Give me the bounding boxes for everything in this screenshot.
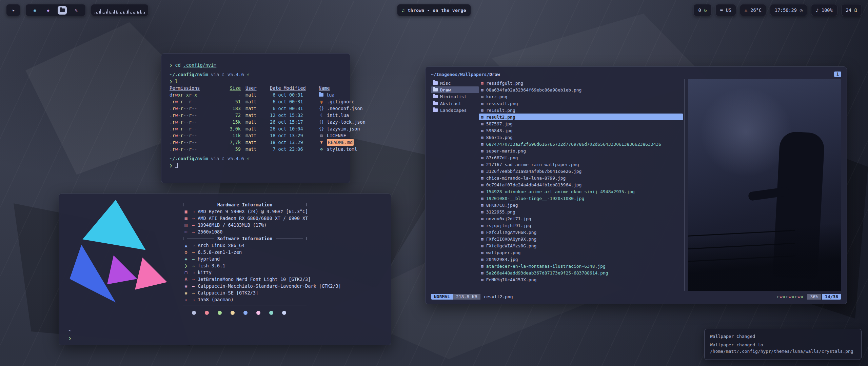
updates-module[interactable]: 0↻ <box>693 4 711 16</box>
file-item[interactable]: ▨FXfcHgcWIAMzs0G.png <box>479 242 683 249</box>
file-item[interactable]: ▨08a634fa02a32364f69ebc86a98eb1eb.png <box>479 86 683 93</box>
file-name: 154928-odinokoe_anime-art-anime-okno-sin… <box>486 189 635 194</box>
json-icon: {} <box>319 125 324 132</box>
file-item[interactable]: ▨atardecer-en-la-montanas-ilustracion-63… <box>479 263 683 269</box>
visualizer-bar <box>97 13 98 14</box>
file-item[interactable]: ▨217167-sad-anime-rain-wallpaper.png <box>479 161 683 168</box>
file-name: .gitignore <box>327 98 354 105</box>
file-item[interactable]: ▨0c794faf07de24a4db4d4fb1eb813964.jpg <box>479 181 683 188</box>
fetch-value: AMD Ryzen 9 5900X (24) @ 4.9GHz [61.3°C] <box>198 208 308 215</box>
visualizer-bar <box>96 12 97 14</box>
folder-icon <box>433 81 438 85</box>
visualizer-bar <box>109 11 110 14</box>
workspace-files[interactable] <box>58 6 67 15</box>
clock-value: 17:50:29 <box>775 7 797 13</box>
file-item[interactable]: ▨68747470733a2f2f696d616765732d7769786d7… <box>479 141 683 147</box>
permission-string: drwxr-xr-x <box>170 92 197 98</box>
file-item[interactable]: ▨8FKa7Cu.jpeg <box>479 202 683 208</box>
notifications-module[interactable]: 24Ω <box>841 4 862 16</box>
image-file-icon: ▨ <box>481 257 484 262</box>
sidebar-item-draw[interactable]: Draw <box>431 86 479 93</box>
folder-icon <box>433 108 438 112</box>
file-item[interactable]: ▨super-mario.png <box>479 147 683 154</box>
sidebar-item-landscapes[interactable]: Landscapes <box>431 107 479 114</box>
shell-prompt-line[interactable]: ❯ <box>170 162 342 169</box>
lua-version: v5.4.6 <box>228 156 244 161</box>
file-item[interactable]: ▨3126f7e9bbf21a8a4af0b67b041c6e26.jpg <box>479 168 683 175</box>
file-item[interactable]: ▨596848.jpg <box>479 127 683 134</box>
visualizer-bar <box>123 12 123 14</box>
sidebar-item-misc[interactable]: Misc <box>431 80 479 86</box>
file-item[interactable]: ▨587597.jpg <box>479 120 683 127</box>
image-file-icon: ▨ <box>481 189 484 194</box>
file-item[interactable]: ▨5a266e448add93deab367d87173e9f25-683788… <box>479 269 683 276</box>
file-item[interactable]: ▨EeNKYgIUcAAJ5JX.png <box>479 276 683 283</box>
file-item[interactable]: ▨wallpaper.png <box>479 249 683 256</box>
file-item[interactable]: ▨87r687df.png <box>479 154 683 161</box>
file-item[interactable]: ▨3122955.png <box>479 208 683 215</box>
directory-name: Minimalist <box>440 94 467 99</box>
thermometer-icon: ♨ <box>745 7 747 13</box>
shell-command-line: ❯ l <box>170 78 342 85</box>
keyboard-icon: ⌨ <box>720 7 723 13</box>
arrow-icon: → <box>192 228 195 235</box>
file-item[interactable]: ▨nnvuv0xj2df71.jpg <box>479 215 683 222</box>
file-item[interactable]: ▨resssult.png <box>479 100 683 107</box>
audio-visualizer[interactable] <box>91 4 149 16</box>
visualizer-bar <box>117 13 118 14</box>
visualizer-bar <box>144 12 145 14</box>
notification-title: Wallpaper Changed <box>710 333 856 340</box>
terminal-window-fetch: Hardware Information ▣→AMD Ryzen 9 5900X… <box>59 194 391 345</box>
fetch-info-panel: Hardware Information ▣→AMD Ryzen 9 5900X… <box>183 201 387 315</box>
terminal-color-palette <box>192 311 387 315</box>
file-item[interactable]: ▨FXfcJlTXgAMvH6R.png <box>479 229 683 236</box>
file-item[interactable]: ▨result2.png <box>479 114 683 120</box>
visualizer-bar <box>143 13 143 14</box>
file-item[interactable]: ▨chica-mirando-la-luna-8799.jpg <box>479 175 683 181</box>
directory-name: Draw <box>440 87 451 93</box>
icons-icon: ❀ <box>183 289 189 296</box>
file-item[interactable]: ▨FXfcII0X0AQyn9X.png <box>479 236 683 242</box>
file-item[interactable]: ▨19201080-__blue-tinge__-1920×1080.jpg <box>479 195 683 202</box>
wm-icon: ❖ <box>183 256 189 262</box>
updates-icon: ↻ <box>704 7 707 13</box>
file-name: 19201080-__blue-tinge__-1920×1080.jpg <box>486 196 585 201</box>
file-item[interactable]: ▨ressdfgult.png <box>479 80 683 86</box>
image-file-icon: ▨ <box>481 278 484 282</box>
cwd: ~/.config/nvim <box>170 72 208 77</box>
file-name: super-mario.png <box>486 148 526 154</box>
visualizer-bar <box>130 12 131 14</box>
sidebar-item-minimalist[interactable]: Minimalist <box>431 93 479 100</box>
file-name: result2.png <box>486 115 515 120</box>
file-item[interactable]: ▨866715.png <box>479 134 683 141</box>
file-item[interactable]: ▨re1sult.png <box>479 107 683 114</box>
launcher-button[interactable]: ➤ <box>6 4 20 16</box>
workspace-web[interactable]: ◉ <box>31 6 39 15</box>
keyboard-layout-module[interactable]: ⌨US <box>715 4 736 16</box>
visualizer-bar <box>104 13 105 14</box>
music-widget[interactable]: ♫ thrown - on the verge <box>397 4 471 16</box>
shell-prompt-line[interactable]: ❯ <box>68 335 71 342</box>
arrow-icon: → <box>192 269 195 276</box>
terminal-icon: ❒ <box>183 269 189 276</box>
volume-module[interactable]: ♪100% <box>811 4 837 16</box>
notification-popup[interactable]: Wallpaper Changed Wallpaper changed to /… <box>704 329 862 360</box>
file-item[interactable]: ▨154928-odinokoe_anime-art-anime-okno-si… <box>479 188 683 195</box>
tab-badge[interactable]: 1 <box>834 72 841 77</box>
image-file-icon: ▨ <box>481 95 484 99</box>
notification-body: Wallpaper changed to /home/matt/.config/… <box>710 342 856 354</box>
bolt-icon: ⚡ <box>247 156 250 161</box>
fetch-value: 6.5.8-zen1-1-zen <box>198 249 242 256</box>
file-item[interactable]: ▨20492984.jpg <box>479 256 683 263</box>
starship-prompt: ~/.config/nvim via ☾ v5.4.6 ⚡ <box>170 71 342 78</box>
clock-module[interactable]: 17:50:29◷ <box>770 4 807 16</box>
visualizer-bar <box>134 13 135 14</box>
temperature-module[interactable]: ♨26°C <box>740 4 766 16</box>
software-info-lines: ▲→Arch Linux x86_64⚙→6.5.8-zen1-1-zen❖→H… <box>183 242 387 303</box>
topbar-left-group: ➤ ◉◆✎ <box>6 4 149 16</box>
sidebar-item-abstract[interactable]: Abstract <box>431 100 479 107</box>
file-item[interactable]: ▨rsjqojlmjhf91.jpg <box>479 222 683 229</box>
file-item[interactable]: ▨kurz.png <box>479 93 683 100</box>
workspace-paint[interactable]: ✎ <box>73 6 80 15</box>
workspace-chat[interactable]: ◆ <box>44 6 52 15</box>
